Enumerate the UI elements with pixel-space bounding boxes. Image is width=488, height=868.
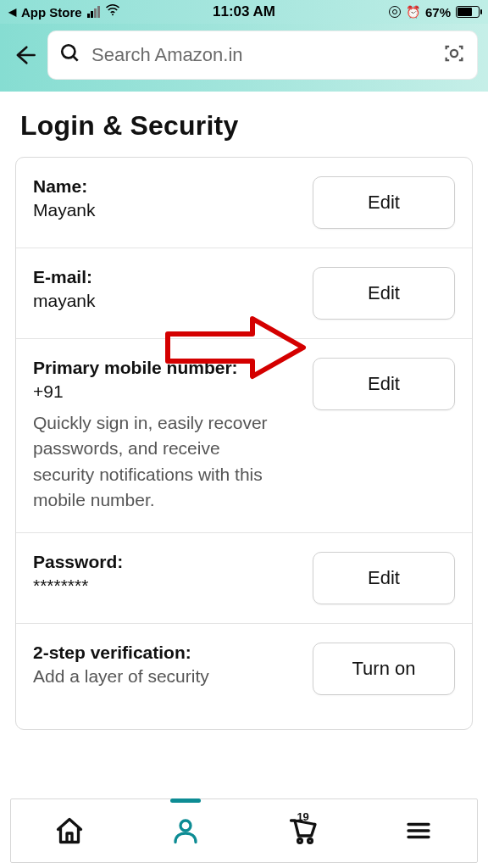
- battery-percent: 67%: [425, 5, 451, 19]
- status-time: 11:03 AM: [213, 3, 275, 20]
- camera-search-icon[interactable]: [442, 42, 466, 69]
- password-label: Password:: [33, 552, 301, 572]
- two-step-turn-on-button[interactable]: Turn on: [313, 643, 455, 695]
- phone-description: Quickly sign in, easily recover password…: [33, 410, 270, 514]
- row-phone: Primary mobile number: +91 Quickly sign …: [16, 339, 472, 533]
- search-icon: [59, 42, 81, 68]
- password-value: ********: [33, 576, 301, 596]
- status-bar: ◀ App Store 11:03 AM ⏰ 67%: [0, 0, 488, 24]
- svg-point-4: [297, 839, 302, 843]
- back-to-app-caret-icon[interactable]: ◀: [8, 6, 16, 18]
- two-step-label: 2-step verification:: [33, 643, 301, 663]
- nav-cart[interactable]: 19: [279, 807, 326, 854]
- edit-password-button[interactable]: Edit: [313, 552, 455, 604]
- page-title: Login & Security: [0, 92, 488, 157]
- email-label: E-mail:: [33, 267, 301, 287]
- cart-count-badge: 19: [297, 810, 308, 823]
- svg-point-5: [308, 839, 312, 843]
- nav-home[interactable]: [46, 807, 93, 854]
- edit-phone-button[interactable]: Edit: [313, 358, 455, 410]
- phone-label: Primary mobile number:: [33, 358, 301, 378]
- edit-email-button[interactable]: Edit: [313, 267, 455, 320]
- alarm-icon: ⏰: [406, 5, 420, 19]
- name-value: Mayank: [33, 200, 301, 220]
- search-placeholder: Search Amazon.in: [92, 44, 432, 66]
- nav-menu[interactable]: [395, 807, 442, 854]
- login-security-card: Name: Mayank Edit E-mail: mayank Edit Pr…: [15, 157, 473, 730]
- two-step-value: Add a layer of security: [33, 666, 301, 687]
- app-header: Search Amazon.in: [0, 24, 488, 92]
- back-button[interactable]: [10, 41, 39, 70]
- svg-point-3: [180, 821, 191, 831]
- phone-value: +91: [33, 381, 301, 402]
- name-label: Name:: [33, 176, 301, 197]
- cellular-signal-icon: [87, 6, 100, 18]
- row-name: Name: Mayank Edit: [16, 158, 472, 248]
- svg-point-1: [62, 45, 75, 58]
- svg-point-0: [112, 14, 114, 15]
- row-password: Password: ******** Edit: [16, 533, 472, 624]
- search-input[interactable]: Search Amazon.in: [47, 31, 478, 80]
- row-two-step: 2-step verification: Add a layer of secu…: [16, 624, 472, 729]
- orientation-lock-icon: [389, 6, 401, 18]
- row-email: E-mail: mayank Edit: [16, 248, 472, 339]
- edit-name-button[interactable]: Edit: [313, 176, 455, 229]
- battery-icon: [456, 6, 480, 18]
- wifi-icon: [105, 3, 120, 21]
- bottom-nav: 19: [10, 798, 478, 863]
- svg-point-2: [451, 50, 458, 57]
- back-to-app-label[interactable]: App Store: [21, 5, 82, 19]
- email-value: mayank: [33, 291, 301, 311]
- nav-account[interactable]: [162, 807, 209, 854]
